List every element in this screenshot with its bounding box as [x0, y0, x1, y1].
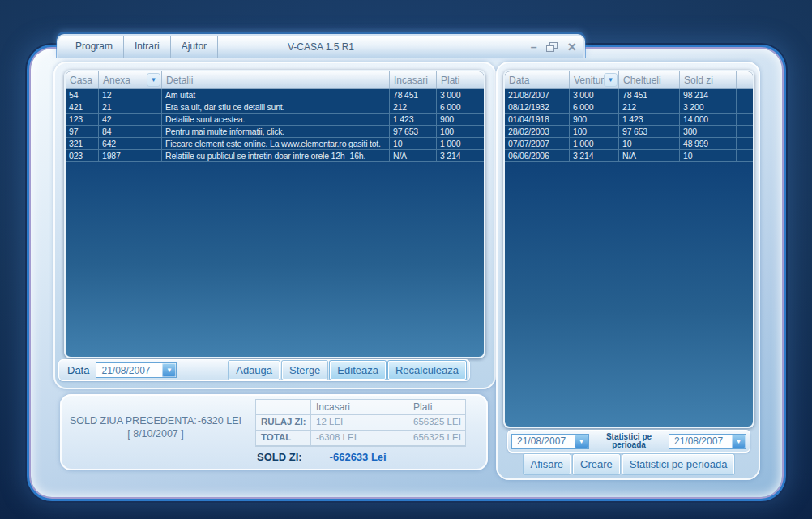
entries-table-header: Casa Anexa▼ Detalii Incasari Plati: [66, 71, 484, 89]
table-row[interactable]: 12342Detaliile sunt acestea.1 423900: [66, 114, 484, 126]
statistici-pe-perioada-button[interactable]: Statistici pe perioada: [622, 454, 735, 474]
total-incasari: -6308 LEI: [311, 431, 408, 446]
sold-zi-label: SOLD ZI:: [257, 451, 302, 463]
close-button[interactable]: ×: [567, 41, 576, 54]
table-row[interactable]: 0231987Relatiile cu publicul se intretin…: [66, 150, 484, 162]
recalculeaza-button[interactable]: Recalculeaza: [388, 361, 466, 380]
prev-balance-label: SOLD ZIUA PRECEDENTA:: [70, 415, 197, 427]
sort-arrow-icon: ▼: [147, 74, 160, 86]
date-label: Data: [67, 364, 89, 376]
restore-button[interactable]: [546, 42, 558, 52]
total-label: TOTAL: [256, 431, 311, 446]
header-filler: [472, 71, 484, 88]
table-row[interactable]: 5412Am uitat78 4513 000: [66, 89, 484, 101]
table-row[interactable]: 21/08/20073 00078 45198 214: [505, 89, 753, 101]
prev-balance-value: -6320 LEI: [198, 415, 241, 427]
table-row[interactable]: 28/02/200310097 653300: [505, 126, 753, 138]
daily-table-panel: Data Venituri▼ Cheltueli Sold zi 21/08/2…: [503, 70, 754, 428]
entries-table-body: 5412Am uitat78 4513 000 42121Era sa uit,…: [66, 89, 484, 162]
minimize-button[interactable]: –: [531, 41, 537, 53]
column-header-detalii[interactable]: Detalii: [162, 71, 390, 88]
column-header-cheltueli[interactable]: Cheltueli: [619, 71, 680, 88]
previous-day-balance: SOLD ZIUA PRECEDENTA: -6320 LEI [ 8/10/2…: [70, 415, 241, 440]
period-to-combo[interactable]: 21/08/2007 ▼: [669, 434, 746, 449]
table-row[interactable]: 321642Fiecare element este online. La ww…: [66, 138, 484, 150]
summary-col-plati: Plati: [408, 400, 465, 415]
table-row[interactable]: 06/06/20063 214N/A10: [505, 150, 753, 162]
daily-table-header: Data Venituri▼ Cheltueli Sold zi: [505, 71, 753, 89]
summary-box: SOLD ZIUA PRECEDENTA: -6320 LEI [ 8/10/2…: [60, 394, 488, 470]
total-plati: 656325 LEI: [408, 431, 465, 446]
table-row[interactable]: 08/12/19326 0002123 200: [505, 101, 753, 114]
entry-actions: Adauga Sterge Editeaza Recalculeaza: [229, 361, 466, 380]
daily-table-body: 21/08/20073 00078 45198 214 08/12/19326 …: [505, 89, 753, 162]
summary-col-incasari: Incasari: [311, 400, 408, 415]
column-header-sold-zi[interactable]: Sold zi: [680, 71, 737, 88]
titlebar: Program Intrari Ajutor V-CASA 1.5 R1 – ×: [57, 34, 585, 58]
window-title: V-CASA 1.5 R1: [58, 41, 583, 53]
prev-balance-date: [ 8/10/2007 ]: [70, 428, 241, 440]
column-header-data[interactable]: Data: [505, 71, 570, 88]
statistics-actions: Afisare Creare Statistici pe perioada: [507, 452, 750, 476]
entries-table-panel: Casa Anexa▼ Detalii Incasari Plati 5412A…: [64, 70, 485, 358]
editeaza-button[interactable]: Editeaza: [330, 361, 386, 380]
window-controls: – ×: [531, 41, 576, 54]
table-row[interactable]: 07/07/20071 0001048 999: [505, 138, 753, 150]
column-header-anexa[interactable]: Anexa▼: [99, 71, 162, 88]
header-filler: [737, 71, 753, 88]
column-header-incasari[interactable]: Incasari: [390, 71, 437, 88]
desktop-background: Program Intrari Ajutor V-CASA 1.5 R1 – ×…: [0, 0, 812, 519]
sort-arrow-icon: ▼: [605, 74, 617, 86]
rulaj-incasari: 12 LEI: [311, 415, 408, 431]
day-balance: SOLD ZI: -662633 Lei: [257, 451, 387, 463]
combo-arrow-icon[interactable]: ▼: [732, 435, 746, 448]
summary-table: Incasari Plati RULAJ ZI: 12 LEI 656325 L…: [255, 399, 466, 447]
rulaj-plati: 656325 LEI: [408, 415, 465, 431]
column-header-venituri[interactable]: Venituri▼: [570, 71, 619, 88]
sterge-button[interactable]: Sterge: [282, 361, 327, 380]
combo-arrow-icon[interactable]: ▼: [575, 435, 588, 448]
period-toolbar: 21/08/2007 ▼ Statistici pe perioada 21/0…: [507, 430, 750, 453]
creare-button[interactable]: Creare: [573, 454, 620, 474]
sold-zi-value: -662633 Lei: [330, 451, 387, 463]
table-row[interactable]: 42121Era sa uit, dar stiu ce detalii sun…: [66, 101, 484, 114]
column-header-casa[interactable]: Casa: [66, 71, 99, 88]
period-from-combo[interactable]: 21/08/2007 ▼: [511, 434, 589, 449]
left-footer-toolbar: Data 21/08/2007 ▼ Adauga Sterge Editeaza…: [58, 359, 470, 381]
afisare-button[interactable]: Afisare: [524, 454, 571, 474]
date-combo[interactable]: 21/08/2007 ▼: [96, 362, 177, 378]
column-header-plati[interactable]: Plati: [437, 71, 472, 88]
table-row[interactable]: 9784Pentru mai multe informatii, click.9…: [66, 126, 484, 138]
adauga-button[interactable]: Adauga: [229, 361, 280, 380]
combo-arrow-icon[interactable]: ▼: [162, 363, 176, 377]
table-row[interactable]: 01/04/19189001 42314 000: [505, 114, 753, 126]
rulaj-label: RULAJ ZI:: [256, 415, 311, 431]
period-label: Statistici pe perioada: [589, 433, 669, 450]
